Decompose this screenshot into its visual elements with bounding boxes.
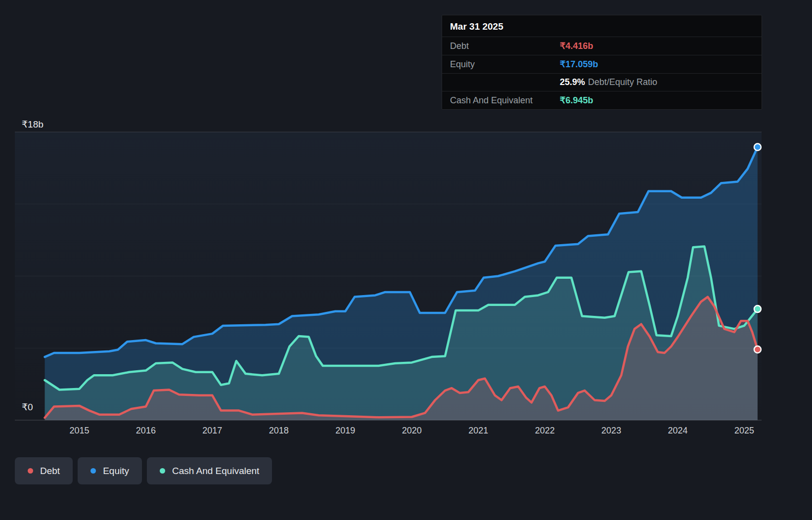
svg-text:2024: 2024 [668, 426, 688, 435]
legend-label-debt: Debt [40, 466, 60, 477]
legend-item-cash[interactable]: Cash And Equivalent [147, 457, 272, 484]
y-axis-label-zero: ₹0 [22, 401, 33, 413]
legend-item-debt[interactable]: Debt [15, 457, 73, 484]
svg-text:2022: 2022 [535, 426, 555, 435]
tooltip-cash-value: ₹6.945b [560, 95, 593, 106]
svg-text:2023: 2023 [601, 426, 621, 435]
svg-text:2017: 2017 [202, 426, 222, 435]
tooltip-row-debt: Debt ₹4.416b [442, 37, 762, 55]
tooltip-panel: Mar 31 2025 Debt ₹4.416b Equity ₹17.059b… [442, 15, 762, 110]
legend-label-cash: Cash And Equivalent [172, 466, 259, 477]
legend-label-equity: Equity [103, 466, 129, 477]
svg-text:2021: 2021 [468, 426, 488, 435]
cash-dot-icon [160, 468, 165, 474]
tooltip-date: Mar 31 2025 [442, 15, 762, 37]
legend: Debt Equity Cash And Equivalent [15, 457, 272, 484]
tooltip-row-cash: Cash And Equivalent ₹6.945b [442, 91, 762, 109]
svg-text:2025: 2025 [734, 426, 754, 435]
svg-text:2019: 2019 [335, 426, 355, 435]
tooltip-row-equity: Equity ₹17.059b [442, 55, 762, 73]
svg-text:2016: 2016 [136, 426, 156, 435]
svg-text:2015: 2015 [69, 426, 89, 435]
svg-text:2020: 2020 [402, 426, 422, 435]
tooltip-equity-label: Equity [450, 59, 560, 70]
tooltip-row-ratio: 25.9%Debt/Equity Ratio [442, 73, 762, 91]
tooltip-ratio-value: 25.9% [560, 77, 585, 87]
svg-text:2018: 2018 [269, 426, 289, 435]
tooltip-ratio-label: Debt/Equity Ratio [588, 77, 657, 87]
y-axis-label-top: ₹18b [22, 119, 44, 130]
legend-item-equity[interactable]: Equity [78, 457, 142, 484]
tooltip-equity-value: ₹17.059b [560, 59, 598, 70]
debt-dot-icon [28, 468, 33, 474]
tooltip-debt-label: Debt [450, 41, 560, 51]
equity-dot-icon [90, 468, 96, 474]
tooltip-debt-value: ₹4.416b [560, 41, 593, 51]
tooltip-cash-label: Cash And Equivalent [450, 95, 560, 106]
